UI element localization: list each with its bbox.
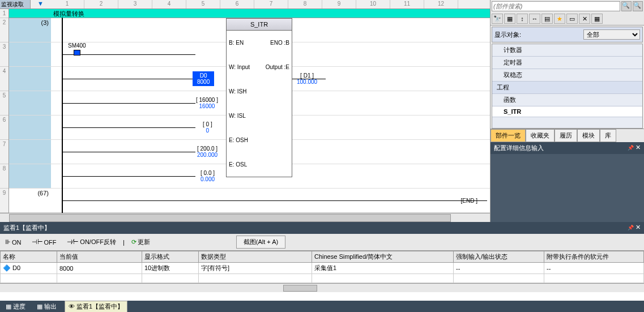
col-8: 8 (288, 0, 322, 8)
diagram-canvas[interactable]: 模拟量转换 SM400 D0 (51, 9, 490, 213)
tool-btn-4[interactable]: ↔ (529, 14, 540, 24)
cell-current[interactable]: 8000 (57, 263, 142, 274)
step-cell-r5 (9, 91, 51, 116)
watch-scrollbar[interactable] (0, 283, 644, 292)
col-lang[interactable]: Chinese Simplified/简体中文 (312, 251, 454, 263)
pin-icon[interactable]: 📌 (628, 145, 634, 151)
status-progress[interactable]: ▦ 进度 (2, 301, 29, 312)
cell-force[interactable]: -- (454, 263, 544, 274)
favorite-icon[interactable]: ★ (554, 14, 565, 24)
display-target-select[interactable]: 全部 (583, 29, 640, 40)
update-button[interactable]: ⟳ 更新 (128, 237, 153, 247)
tab-favorites[interactable]: 收藏夹 (526, 129, 555, 142)
tree-item-timer[interactable]: 定时器 (492, 57, 642, 69)
display-target-row: 显示对象: 全部 (492, 27, 643, 42)
param-d0[interactable]: D0 8000 (193, 71, 214, 86)
cell-format[interactable]: 10进制数 (142, 263, 199, 274)
watch-row-empty[interactable] (1, 274, 644, 283)
status-output[interactable]: ▦ 输出 (33, 301, 60, 312)
tool-btn-7[interactable]: ▭ (566, 14, 578, 24)
ladder-body[interactable]: 1 2 3 4 5 6 7 8 9 (3) (67) (0, 9, 490, 213)
on-button[interactable]: ⊪ON (2, 237, 25, 247)
status-watch[interactable]: 👁 监看1【监看中】 (65, 301, 127, 313)
search-button[interactable]: 🔍 (621, 1, 632, 11)
parts-search-input[interactable] (492, 1, 620, 11)
scrollbar-thumb[interactable] (9, 214, 451, 222)
step-cell-r8 (9, 164, 51, 189)
detail-panel: 配置详细信息输入 📌 ✕ (491, 142, 644, 222)
tree-item-function[interactable]: 函数 (492, 94, 642, 106)
row-num-3: 3 (0, 42, 8, 67)
horizontal-scrollbar[interactable] (0, 213, 490, 222)
row-num-2: 2 (0, 18, 8, 42)
step-column: (3) (67) (9, 9, 51, 213)
tool-btn-9[interactable]: ▦ (591, 14, 603, 24)
param-ish-label: 16000 (199, 97, 215, 103)
param-d1-value: 100.000 (297, 79, 317, 85)
fb-port-en: B: EN (229, 40, 244, 46)
fb-port-isl: W: ISL (229, 113, 246, 119)
param-d1[interactable]: [ D1 ] 100.000 (297, 72, 317, 85)
watch-pin-icon[interactable]: 📌 (628, 225, 634, 230)
network-title: 模拟量转换 (51, 9, 490, 18)
row-num-5: 5 (0, 91, 8, 116)
watch-close-icon[interactable]: ✕ (636, 224, 641, 230)
col-current[interactable]: 当前值 (57, 251, 142, 263)
device-icon: 🔷 (3, 264, 11, 271)
step-cell-67: (67) (9, 189, 51, 213)
param-osl[interactable]: [ 0.0 ] 0.000 (201, 170, 215, 182)
tab-module[interactable]: 模块 (577, 129, 600, 142)
col-2: 2 (84, 0, 118, 8)
watch-toolbar: ⊪ON ⊣⊢OFF ⊣⁄⊢ON/OFF反转 | ⟳ 更新 截图(Alt + A) (0, 234, 644, 251)
watch-table[interactable]: 名称 当前值 显示格式 数据类型 Chinese Simplified/简体中文… (0, 251, 644, 283)
row-num-8: 8 (0, 164, 8, 189)
tool-btn-3[interactable]: ↕ (517, 14, 528, 24)
cell-lang[interactable]: 采集值1 (312, 263, 454, 274)
scroll-dropdown-icon[interactable]: ▼ (31, 0, 50, 8)
watch-scrollbar-thumb[interactable] (283, 285, 317, 292)
tab-library[interactable]: 库 (600, 129, 616, 142)
tree-item-sitr[interactable]: S_ITR (492, 106, 642, 117)
onoff-toggle-button[interactable]: ⊣⁄⊢ON/OFF反转 (63, 237, 120, 247)
row-num-4: 4 (0, 67, 8, 91)
step-cell-title (9, 9, 51, 18)
cell-name: D0 (12, 264, 20, 271)
parts-toolbar: 🔭 ▦ ↕ ↔ ▤ ★ ▭ ✕ ▦ (491, 12, 644, 25)
detail-body[interactable] (491, 154, 644, 222)
col-9: 9 (322, 0, 356, 8)
tree-item-project[interactable]: 工程 (492, 82, 642, 94)
tool-btn-2[interactable]: ▦ (504, 14, 515, 24)
tree-item-counter[interactable]: 计数器 (492, 44, 642, 57)
cell-device[interactable]: -- (544, 263, 644, 274)
search-button-2[interactable]: 🔍 (633, 1, 643, 11)
param-ish[interactable]: [ 16000 ] 16000 (196, 97, 218, 109)
parts-tree[interactable]: 计数器 定时器 双稳态 工程 函数 S_ITR (492, 44, 643, 129)
tool-btn-5[interactable]: ▤ (541, 14, 553, 24)
col-11: 11 (390, 0, 424, 8)
function-block-sitr[interactable]: S_ITR B: EN ENO :B W: Input Output :E W:… (226, 18, 292, 177)
contact-state-icon (74, 50, 80, 55)
tree-item-bistable[interactable]: 双稳态 (492, 69, 642, 82)
col-name[interactable]: 名称 (1, 251, 57, 263)
contact-sm400[interactable]: SM400 (68, 42, 86, 55)
tab-parts[interactable]: 部件一览 (491, 129, 526, 142)
binoculars-icon[interactable]: 🔭 (492, 14, 503, 24)
param-d0-value: 8000 (197, 79, 210, 85)
fb-port-osl: E: OSL (229, 161, 247, 168)
screenshot-button[interactable]: 截图(Alt + A) (236, 236, 285, 249)
close-icon[interactable]: ✕ (636, 144, 641, 151)
step-cell-3: (3) (9, 18, 51, 42)
step-cell-r6 (9, 116, 51, 140)
col-format[interactable]: 显示格式 (142, 251, 199, 263)
col-device[interactable]: 附带执行条件的软元件 (544, 251, 644, 263)
col-5: 5 (186, 0, 220, 8)
off-button[interactable]: ⊣⊢OFF (28, 237, 60, 247)
col-datatype[interactable]: 数据类型 (199, 251, 312, 263)
tab-history[interactable]: 履历 (555, 129, 577, 142)
delete-icon[interactable]: ✕ (579, 14, 590, 24)
col-force[interactable]: 强制输入/输出状态 (454, 251, 544, 263)
param-isl[interactable]: [ 0 ] 0 (203, 121, 212, 134)
param-osh[interactable]: [ 200.0 ] 200.000 (197, 146, 217, 158)
cell-datatype[interactable]: 字[有符号] (199, 263, 312, 274)
watch-row-d0[interactable]: 🔷 D0 8000 10进制数 字[有符号] 采集值1 -- -- (1, 263, 644, 274)
